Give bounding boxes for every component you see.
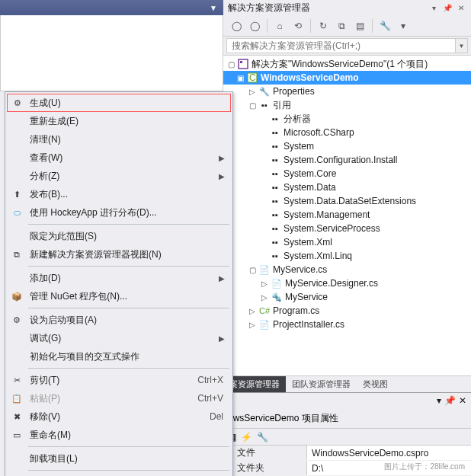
back-icon[interactable]: ◯ [228, 18, 245, 34]
reference-node[interactable]: ▪▪System.Xml.Linq [223, 249, 471, 263]
solution-node[interactable]: ▢ 解决方案"WindowsServiceDemo"(1 个项目) [223, 57, 471, 71]
menu-startup[interactable]: ⚙设为启动项目(A) [7, 311, 231, 329]
nuget-icon: 📦 [11, 290, 23, 302]
project-node[interactable]: ▣ C# WindowsServiceDemo [223, 71, 471, 85]
menu-build[interactable]: ⚙生成(U) [7, 94, 231, 112]
menu-label: 剪切(T) [30, 374, 59, 387]
reference-node[interactable]: ▪▪System.Data [223, 180, 471, 194]
menu-interactive[interactable]: 初始化与项目的交互式操作 [7, 347, 231, 366]
menu-view[interactable]: 查看(W)▶ [7, 149, 231, 167]
menu-label: 管理 NuGet 程序包(N)... [30, 290, 127, 303]
startup-icon: ⚙ [11, 314, 23, 326]
cs-file-icon: C# [258, 305, 271, 317]
references-node[interactable]: ▢ ▪▪ 引用 [223, 98, 471, 112]
reference-node[interactable]: ▪▪System.ServiceProcess [223, 222, 471, 235]
search-input[interactable] [226, 38, 456, 53]
paste-icon: 📋 [11, 392, 23, 404]
reference-node[interactable]: ▪▪System.Configuration.Install [223, 153, 471, 167]
file-node[interactable]: ▷ C# Program.cs [223, 304, 471, 318]
expander-icon[interactable]: ▷ [248, 320, 257, 329]
solution-explorer-panel: 解决方案资源管理器 ▾ 📌 ✕ ◯ ◯ ⌂ ⟲ ↻ ⧉ ▤ 🔧 ▾ ▼ ▢ 解决… [223, 0, 471, 476]
refresh-icon[interactable]: ↻ [315, 18, 332, 34]
forward-icon[interactable]: ◯ [246, 18, 263, 34]
expander-icon[interactable]: ▷ [260, 279, 269, 288]
expander-icon[interactable]: ▢ [248, 101, 257, 110]
menu-scope[interactable]: 限定为此范围(S) [7, 227, 231, 245]
new-view-icon: ⧉ [11, 248, 23, 260]
reference-node[interactable]: ▪▪Microsoft.CSharp [223, 126, 471, 139]
expander-icon[interactable]: ▢ [248, 265, 257, 274]
reference-node[interactable]: ▪▪System.Management [223, 208, 471, 222]
node-label: Program.cs [273, 305, 319, 316]
menu-label: 初始化与项目的交互式操作 [30, 350, 139, 363]
solution-label: 解决方案"WindowsServiceDemo"(1 个项目) [252, 58, 428, 71]
pin-icon[interactable]: 📌 [442, 2, 453, 13]
shortcut-label: Ctrl+X [197, 375, 223, 385]
preview-icon[interactable]: ▾ [395, 18, 412, 34]
menu-hockeyapp[interactable]: ⬭使用 HockeyApp 进行分布(D)... [7, 203, 231, 222]
reference-node[interactable]: ▪▪System.Core [223, 167, 471, 180]
reference-node[interactable]: ▪▪System.Xml [223, 235, 471, 249]
solution-tree[interactable]: ▢ 解决方案"WindowsServiceDemo"(1 个项目) ▣ C# W… [223, 55, 471, 375]
menu-remove[interactable]: ✖移除(V)Del [7, 407, 231, 426]
expander-icon[interactable]: ▷ [248, 87, 257, 96]
wrench-icon[interactable]: 🔧 [257, 432, 268, 442]
properties-icon[interactable]: 🔧 [376, 18, 393, 34]
panel-menu-icon[interactable]: ▾ [437, 395, 441, 406]
references-icon: ▪▪ [258, 99, 271, 111]
show-all-icon[interactable]: ▤ [351, 18, 368, 34]
search-row: ▼ [223, 37, 471, 55]
menu-label: 发布(B)... [30, 188, 68, 201]
separator [310, 19, 311, 33]
reference-icon: ▪▪ [269, 181, 281, 193]
close-icon[interactable]: ✕ [459, 395, 466, 406]
menu-publish[interactable]: ⬆发布(B)... [7, 185, 231, 203]
expander-icon[interactable]: ▷ [260, 292, 269, 302]
menu-rename[interactable]: ▭重命名(M) [7, 426, 231, 444]
tab-class-view[interactable]: 类视图 [357, 376, 394, 392]
expander-icon[interactable]: ▣ [236, 73, 245, 82]
tab-team-explorer[interactable]: 团队资源管理器 [286, 376, 357, 392]
component-node[interactable]: ▷ 🔩 MyService [223, 290, 471, 304]
menu-clean[interactable]: 清理(N) [7, 130, 231, 149]
expander-icon[interactable]: ▢ [226, 59, 236, 69]
menu-cut[interactable]: ✂剪切(T)Ctrl+X [7, 371, 231, 389]
home-icon[interactable]: ⌂ [271, 18, 288, 34]
menu-nuget[interactable]: 📦管理 NuGet 程序包(N)... [7, 287, 231, 305]
menu-label: 移除(V) [30, 411, 60, 423]
dropdown-icon[interactable]: ▼ [210, 4, 217, 12]
svg-text:C#: C# [249, 72, 258, 83]
reference-icon: ▪▪ [269, 236, 281, 248]
class-icon: 🔩 [271, 291, 283, 303]
menu-paste[interactable]: 📋粘贴(P)Ctrl+V [7, 389, 231, 407]
menu-open-folder[interactable]: 📂在文件资源管理器中打开文件夹(X) [7, 473, 231, 476]
collapse-icon[interactable]: ⧉ [333, 18, 350, 34]
project-context-menu: ⚙生成(U) 重新生成(E) 清理(N) 查看(W)▶ 分析(Z)▶ ⬆发布(B… [5, 91, 233, 476]
separator [267, 19, 268, 33]
alpha-icon[interactable]: ⚡ [241, 432, 252, 442]
properties-node[interactable]: ▷ 🔧 Properties [223, 85, 471, 98]
menu-unload[interactable]: 卸载项目(L) [7, 449, 231, 468]
property-row[interactable]: 文件 WindowsServiceDemo.cspro [223, 446, 471, 461]
panel-title-text: 解决方案资源管理器 [228, 2, 310, 14]
sync-icon[interactable]: ⟲ [290, 18, 306, 34]
menu-new-view[interactable]: ⧉新建解决方案资源管理器视图(N) [7, 245, 231, 264]
reference-node[interactable]: ▪▪System.Data.DataSetExtensions [223, 194, 471, 208]
close-icon[interactable]: ✕ [456, 2, 466, 13]
pin-icon[interactable]: 📌 [444, 395, 456, 406]
panel-menu-icon[interactable]: ▾ [428, 2, 439, 13]
menu-rebuild[interactable]: 重新生成(E) [7, 112, 231, 130]
menu-debug[interactable]: 调试(G)▶ [7, 329, 231, 347]
reference-node[interactable]: ▪▪System [223, 139, 471, 153]
file-node[interactable]: ▢ 📄 MyService.cs [223, 263, 471, 276]
file-node[interactable]: ▷ 📄 MyService.Designer.cs [223, 276, 471, 290]
menu-analyze[interactable]: 分析(Z)▶ [7, 167, 231, 185]
file-node[interactable]: ▷ 📄 ProjectInstaller.cs [223, 318, 471, 331]
reference-icon: ▪▪ [269, 126, 281, 139]
search-dropdown-icon[interactable]: ▼ [456, 38, 468, 53]
menu-add[interactable]: 添加(D)▶ [7, 269, 231, 287]
panel-title-bar: 解决方案资源管理器 ▾ 📌 ✕ [223, 0, 471, 15]
reference-node[interactable]: ▪▪分析器 [223, 112, 471, 126]
expander-icon[interactable]: ▷ [248, 306, 257, 315]
property-value: WindowsServiceDemo.cspro [307, 448, 471, 458]
